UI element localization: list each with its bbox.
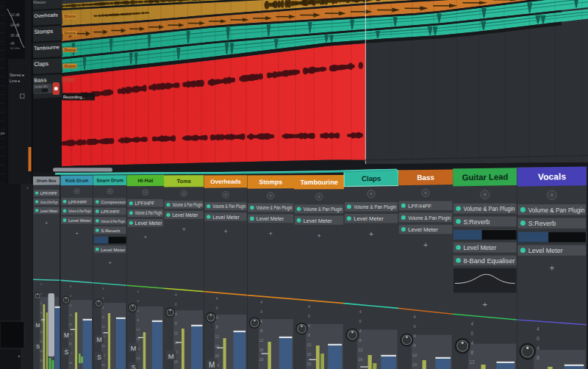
svg-text:0: 0: [40, 293, 42, 295]
svg-text:-36 dB: -36 dB: [10, 34, 20, 37]
svg-text:12: 12: [306, 343, 311, 347]
svg-text:Level Meter: Level Meter: [304, 218, 333, 224]
svg-text:20: 20: [306, 362, 311, 366]
svg-text:4: 4: [175, 293, 177, 297]
svg-text:Volume & Pan Plugin: Volume & Pan Plugin: [101, 218, 125, 223]
svg-text:12: 12: [101, 325, 105, 329]
svg-text:12: 12: [136, 328, 140, 332]
svg-text:Level Meter: Level Meter: [40, 209, 58, 213]
svg-text:12: 12: [215, 335, 220, 339]
svg-text:Level Meter: Level Meter: [135, 221, 163, 226]
svg-text:16: 16: [136, 337, 140, 341]
svg-text:Overheads: Overheads: [210, 179, 241, 185]
svg-text:+: +: [549, 263, 554, 273]
svg-text:Volume & Pan Plugin: Volume & Pan Plugin: [212, 204, 245, 209]
svg-text:LPF/HPF: LPF/HPF: [135, 201, 155, 206]
svg-text:Drums: Drums: [65, 31, 76, 35]
svg-text:20: 20: [215, 354, 220, 358]
svg-text:4: 4: [470, 340, 473, 345]
svg-text:24: 24: [174, 360, 179, 364]
svg-text:0: 0: [308, 314, 310, 318]
svg-text:4: 4: [537, 345, 539, 351]
svg-text:4: 4: [40, 302, 42, 305]
svg-text:LPF/HPF: LPF/HPF: [408, 203, 431, 209]
svg-text:Compressor: Compressor: [101, 199, 126, 204]
svg-text:8: 8: [359, 338, 362, 343]
svg-text:8: 8: [40, 312, 42, 315]
svg-text:Volume & Pan Plugin: Volume & Pan Plugin: [304, 206, 343, 212]
svg-text:16: 16: [412, 362, 417, 367]
svg-text:Hi-Hat: Hi-Hat: [137, 178, 154, 184]
svg-text:16: 16: [40, 331, 43, 334]
svg-text:Volume & Pan Plugin: Volume & Pan Plugin: [135, 210, 162, 216]
svg-text:Drums: Drums: [65, 14, 76, 18]
svg-text:Level Meter: Level Meter: [68, 218, 91, 223]
svg-text:8: 8: [216, 326, 218, 329]
svg-text:+: +: [317, 232, 321, 240]
svg-text:M: M: [168, 352, 174, 360]
svg-text:12: 12: [470, 359, 476, 365]
svg-text:4: 4: [470, 321, 473, 326]
svg-text:Recording...: Recording...: [63, 95, 86, 99]
svg-text:12: 12: [69, 323, 73, 326]
svg-text:4: 4: [216, 297, 218, 301]
svg-text:Master: Master: [33, 0, 46, 4]
svg-text:8: 8: [308, 333, 310, 337]
svg-text:+: +: [423, 241, 428, 249]
svg-text:+: +: [108, 259, 112, 266]
svg-text:pe: pe: [1, 131, 5, 135]
svg-text:4: 4: [359, 329, 362, 333]
svg-text:Bass: Bass: [417, 173, 434, 182]
svg-text:LPF/HPF: LPF/HPF: [101, 209, 120, 214]
svg-text:4: 4: [308, 323, 310, 328]
svg-text:Level Meter: Level Meter: [212, 215, 240, 220]
svg-text:S: S: [36, 343, 40, 350]
svg-text:Level Meter: Level Meter: [464, 244, 497, 251]
svg-text:4: 4: [216, 316, 218, 320]
svg-text:30: 30: [40, 359, 43, 362]
svg-text:4: 4: [414, 315, 416, 319]
svg-text:Stomps: Stomps: [34, 28, 53, 35]
svg-text:4: 4: [414, 334, 416, 338]
svg-text:M: M: [36, 322, 40, 329]
svg-text:Kick Drum: Kick Drum: [65, 178, 89, 183]
svg-text:20: 20: [40, 340, 43, 343]
svg-text:30: 30: [69, 361, 73, 365]
svg-text:24: 24: [136, 357, 140, 360]
svg-text:x: x: [26, 185, 29, 190]
svg-text:4: 4: [308, 304, 310, 309]
svg-text:+: +: [223, 228, 227, 235]
svg-text:0: 0: [175, 303, 177, 307]
svg-text:Level Meter: Level Meter: [172, 212, 198, 218]
svg-text:12: 12: [174, 332, 179, 335]
svg-text:16: 16: [306, 352, 311, 357]
svg-text:+: +: [482, 299, 487, 309]
svg-text:24: 24: [40, 350, 43, 353]
svg-text:Bass: Bass: [34, 76, 47, 84]
svg-text:0: 0: [414, 324, 416, 329]
svg-text:Volume & Pan Plugin: Volume & Pan Plugin: [257, 204, 293, 211]
svg-text:Volume & Pan Plugin: Volume & Pan Plugin: [40, 200, 58, 204]
svg-text:-24 dB: -24 dB: [10, 24, 20, 27]
svg-text:S:Reverb: S:Reverb: [464, 218, 490, 226]
svg-text:0: 0: [216, 307, 218, 310]
svg-text:+: +: [45, 221, 48, 226]
svg-text:-48: -48: [10, 42, 15, 46]
svg-text:M: M: [131, 345, 137, 352]
svg-text:8: 8: [470, 350, 473, 355]
svg-text:Drum Bus: Drum Bus: [37, 179, 56, 183]
svg-text:+: +: [143, 234, 147, 240]
svg-text:Level Meter: Level Meter: [528, 247, 563, 254]
svg-text:60 kHz: 60 kHz: [10, 46, 20, 50]
svg-text:0: 0: [359, 319, 362, 323]
svg-text:8: 8: [537, 355, 539, 360]
svg-text:20: 20: [69, 342, 73, 345]
svg-text:S: S: [132, 364, 136, 369]
svg-text:M: M: [96, 336, 101, 343]
svg-text:8: 8: [260, 329, 262, 333]
svg-text:Drums: Drums: [65, 64, 76, 68]
svg-text:Guitar Lead: Guitar Lead: [462, 172, 509, 182]
svg-text:Tambourine: Tambourine: [300, 179, 337, 186]
svg-text:M: M: [209, 361, 215, 369]
svg-text:Volume & Pan Plugin: Volume & Pan Plugin: [68, 208, 91, 213]
